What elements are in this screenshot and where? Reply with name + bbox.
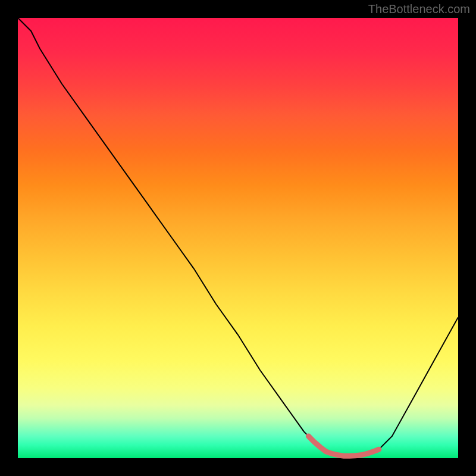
chart-svg [18,18,458,458]
watermark-text: TheBottleneck.com [368,2,470,16]
minimum-band-indicator [308,436,378,456]
plot-area [18,18,458,458]
bottleneck-curve [18,18,458,456]
